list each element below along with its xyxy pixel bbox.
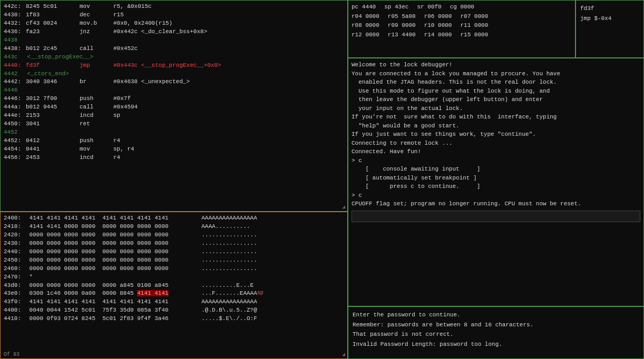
- console-panel: Welcome to the lock debugger!You are con…: [348, 58, 644, 306]
- disasm-row: 4446: [4, 86, 344, 95]
- sp-label: sp: [257, 290, 264, 298]
- disasm-row: 4452:0412pushr4: [4, 137, 344, 145]
- disasm-row: 443c <__stop_progExec__>: [4, 53, 344, 62]
- reg-rows: pc 4440sp 43ecsr 00f0cg 0000r04 0000r05 …: [352, 3, 572, 39]
- disasm-lines: 442c:8245 5c01movr5, &0x015c4430:1f83dec…: [4, 3, 344, 162]
- reg-r13: r13 4400: [388, 31, 416, 40]
- registers-panel: pc 4440sp 43ecsr 00f0cg 0000r04 0000r05 …: [348, 0, 575, 58]
- memory-row: 2420: 0000 0000 0000 0000 0000 0000 0000…: [4, 231, 344, 240]
- mem-highlighted: 4141 4141: [137, 290, 168, 296]
- disasm-row: 4456:2453incdr4: [4, 154, 344, 162]
- console-line: [ press c to continue. ]: [352, 182, 640, 191]
- reg-r08: r08 0000: [352, 21, 379, 31]
- disasm-row: 4442:3040 3846br#0x4638 <_unexpected_>: [4, 78, 344, 86]
- register-row: pc 4440sp 43ecsr 00f0cg 0000: [352, 3, 572, 12]
- register-row: r04 0000r05 5a08r06 0000r07 0000: [352, 12, 572, 22]
- disasm-scroll-indicator: ◢: [342, 204, 345, 210]
- memory-row: 2440: 0000 0000 0000 0000 0000 0000 0000…: [4, 248, 344, 256]
- memory-row: 43d0: 0000 0000 0000 0000 0000 a845 0100…: [4, 282, 344, 290]
- console-line: "help" would be a good start.: [352, 122, 640, 131]
- console-line: [ automatically set breakpoint ]: [352, 174, 640, 183]
- register-row: r12 0000r13 4400r14 0000r15 0000: [352, 31, 572, 40]
- disasm-row: 4450:3041ret: [4, 120, 344, 128]
- disasm-row: 4432:cf43 0024mov.b#0x0, 0x2400(r15): [4, 19, 344, 28]
- password-line2: Remember: passwords are between 8 and 16…: [353, 320, 639, 330]
- reg-r07: r07 0000: [460, 12, 488, 22]
- memory-lines: 2400: 4141 4141 4141 4141 4141 4141 4141…: [4, 214, 344, 323]
- memory-row: 43f0: 4141 4141 4141 4141 4141 4141 4141…: [4, 298, 344, 306]
- reg-r04: r04 0000: [352, 12, 379, 22]
- reg-r12: r12 0000: [352, 31, 379, 40]
- memory-row: 2470: *: [4, 273, 344, 282]
- reg-r06: r06 0000: [424, 12, 452, 22]
- password-panel: Enter the password to continue. Remember…: [348, 306, 644, 359]
- reg-sp: sp 43ec: [384, 3, 408, 12]
- console-line: your input on the actual lock.: [352, 104, 640, 113]
- disasm-row: 4438: [4, 36, 344, 45]
- memory-row: 43e0: 0300 1c46 0000 0a00 0000 8845 4141…: [4, 290, 344, 298]
- console-line: If you just want to see things work, typ…: [352, 130, 640, 139]
- disasm-section: [24, 36, 71, 45]
- disasm-section: [24, 128, 71, 137]
- disasm-row: 4436:fa23jnz#0x442c <_do_clear_bss+0x8>: [4, 28, 344, 36]
- password-line3: That password is not correct.: [353, 330, 639, 340]
- disasm-section: [24, 86, 71, 95]
- console-line: If you're not sure what to do with this …: [352, 113, 640, 122]
- password-line1: Enter the password to continue.: [353, 310, 639, 320]
- reg-sr: sr 00f0: [417, 3, 441, 12]
- reg-cg: cg 0000: [450, 3, 474, 12]
- memory-row: 2410: 4141 4141 0000 0000 0000 0000 0000…: [4, 223, 344, 231]
- console-line: [ console awaiting input ]: [352, 165, 640, 174]
- console-line: Welcome to the lock debugger!: [352, 61, 640, 69]
- memory-row: 4410: 0000 0f93 0724 8245 5c01 2f83 9f4f…: [4, 315, 344, 323]
- reg-r15: r15 0000: [460, 31, 488, 40]
- console-line: You are connected to a lock you managed …: [352, 69, 640, 78]
- memory-row: 2460: 0000 0000 0000 0000 0000 0000 0000…: [4, 265, 344, 273]
- disasm-row: 4430:1f83decr15: [4, 11, 344, 19]
- reg-r10: r10 0000: [424, 21, 452, 31]
- disasm-row: 442c:8245 5c01movr5, &0x015c: [4, 3, 344, 11]
- disasm-row: 4452: [4, 128, 344, 137]
- disasm-row: 444e:2153incdsp: [4, 112, 344, 120]
- page-indicator: Of 93: [4, 352, 19, 357]
- fd3f-panel: fd3f jmp $-0x4: [575, 0, 644, 58]
- console-input[interactable]: [352, 211, 640, 222]
- reg-r11: r11 0000: [460, 21, 488, 31]
- console-line: Use this mode to figure out what the loc…: [352, 87, 640, 96]
- memory-row: 4400: 0040 0044 1542 5c01 75f3 35d0 085a…: [4, 306, 344, 315]
- reg-r05: r05 5a08: [388, 12, 416, 22]
- disasm-row: 4442 <_ctors_end>: [4, 70, 344, 78]
- memory-row: 2430: 0000 0000 0000 0000 0000 0000 0000…: [4, 240, 344, 248]
- disasm-row: 4438:b012 2c45call#0x452c: [4, 45, 344, 53]
- console-line: > c: [352, 156, 640, 165]
- disasm-addr: 4452: [4, 128, 24, 137]
- console-line: > c: [352, 191, 640, 200]
- memory-row: 2400: 4141 4141 4141 4141 4141 4141 4141…: [4, 214, 344, 223]
- console-line: CPUOFF flag set; program no longer runni…: [352, 200, 640, 208]
- console-line: Connected. Have fun!: [352, 147, 640, 156]
- right-top: pc 4440sp 43ecsr 00f0cg 0000r04 0000r05 …: [348, 0, 644, 58]
- disasm-row: 444a:b012 9445call#0x4594: [4, 103, 344, 112]
- memory-panel: 2400: 4141 4141 4141 4141 4141 4141 4141…: [0, 212, 348, 359]
- reg-pc: pc 4440: [352, 3, 376, 12]
- console-line: enabled the JTAG headers. This is not th…: [352, 78, 640, 87]
- fd3f-line2: jmp $-0x4: [580, 14, 639, 24]
- disasm-section: <__stop_progExec__>: [24, 53, 93, 62]
- password-line4: Invalid Password Length: password too lo…: [353, 340, 639, 350]
- disasm-addr: 4438: [4, 36, 24, 45]
- disasm-panel: 442c:8245 5c01movr5, &0x015c4430:1f83dec…: [0, 0, 348, 212]
- console-content: Welcome to the lock debugger!You are con…: [352, 61, 640, 208]
- disasm-section: <_ctors_end>: [24, 70, 71, 78]
- disasm-row: 4446:3012 7f00push#0x7f: [4, 95, 344, 103]
- disasm-addr: 443c: [4, 53, 24, 62]
- register-row: r08 0000r09 0000r10 0000r11 0000: [352, 21, 572, 31]
- console-line: then leave the debugger (upper left butt…: [352, 95, 640, 104]
- fd3f-line1: fd3f: [580, 4, 639, 14]
- reg-r14: r14 0000: [424, 31, 452, 40]
- console-line: Connecting to remote lock ...: [352, 139, 640, 148]
- memory-row: 2450: 0000 0000 0000 0000 0000 0000 0000…: [4, 256, 344, 265]
- reg-r09: r09 0000: [388, 21, 416, 31]
- disasm-row: 4440:fd3fjmp#0x443c <__stop_progExec__+0…: [4, 62, 344, 70]
- disasm-addr: 4446: [4, 86, 24, 95]
- disasm-row: 4454:0441movsp, r4: [4, 145, 344, 154]
